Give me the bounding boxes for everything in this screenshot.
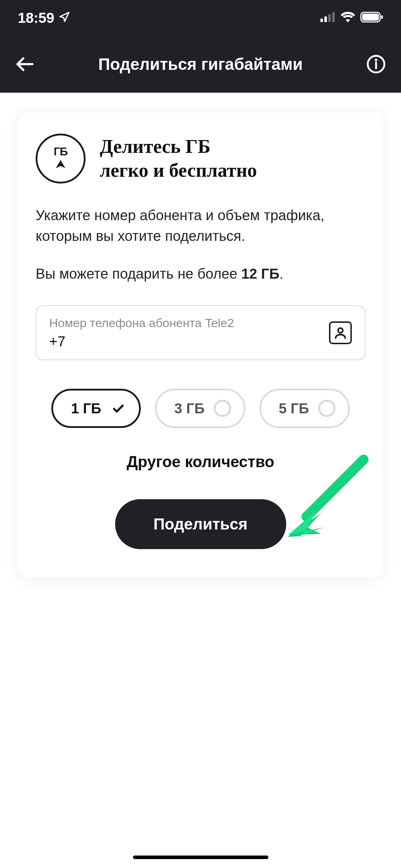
status-time: 18:59 — [18, 10, 54, 26]
gb-option-5[interactable]: 5 ГБ — [259, 389, 350, 428]
svg-rect-4 — [332, 12, 335, 22]
svg-rect-6 — [362, 14, 379, 21]
gb-option-3-label: 3 ГБ — [174, 401, 205, 417]
svg-rect-2 — [324, 16, 327, 22]
gb-option-1[interactable]: 1 ГБ — [51, 389, 141, 428]
svg-marker-12 — [56, 160, 66, 168]
content: ГБ Делитесь ГБ легко и бесплатно Укажите… — [0, 93, 401, 597]
nav-bar: Поделиться гигабайтами — [0, 36, 401, 93]
info-button[interactable] — [365, 53, 387, 75]
limit-prefix: Вы можете подарить не более — [36, 266, 241, 281]
status-bar: 18:59 — [0, 0, 401, 36]
card-head: ГБ Делитесь ГБ легко и бесплатно — [36, 134, 365, 184]
page-title: Поделиться гигабайтами — [98, 55, 303, 74]
svg-rect-1 — [320, 19, 323, 22]
back-button[interactable] — [14, 53, 36, 75]
phone-value: +7 — [49, 334, 329, 350]
share-card: ГБ Делитесь ГБ легко и бесплатно Укажите… — [18, 112, 383, 578]
phone-field-inner: Номер телефона абонента Tele2 +7 — [49, 316, 329, 350]
location-icon — [58, 10, 70, 26]
info-icon — [366, 54, 386, 74]
gb-option-1-label: 1 ГБ — [71, 401, 101, 417]
wifi-icon — [340, 12, 355, 24]
home-indicator[interactable] — [133, 856, 268, 859]
gb-option-5-label: 5 ГБ — [279, 401, 309, 417]
phone-input[interactable]: Номер телефона абонента Tele2 +7 — [36, 305, 365, 360]
card-description: Укажите номер абонента и объем трафика, … — [36, 205, 365, 246]
person-icon — [333, 326, 348, 340]
svg-point-13 — [338, 328, 343, 333]
limit-value: 12 ГБ — [241, 266, 279, 281]
gb-options: 1 ГБ 3 ГБ 5 ГБ — [36, 389, 365, 428]
card-title-line2: легко и бесплатно — [100, 159, 257, 183]
svg-point-11 — [376, 60, 376, 60]
svg-rect-3 — [328, 14, 331, 22]
svg-rect-7 — [381, 15, 383, 19]
share-button[interactable]: Поделиться — [115, 499, 286, 549]
card-title: Делитесь ГБ легко и бесплатно — [100, 135, 257, 183]
arrow-up-icon — [53, 158, 68, 172]
svg-marker-0 — [60, 12, 69, 21]
battery-icon — [360, 12, 383, 24]
card-limit: Вы можете подарить не более 12 ГБ. — [36, 263, 365, 284]
limit-suffix: . — [279, 266, 283, 281]
status-right — [320, 12, 383, 24]
radio-icon — [214, 400, 231, 417]
status-left: 18:59 — [18, 10, 70, 26]
phone-label: Номер телефона абонента Tele2 — [49, 316, 329, 330]
gb-badge-label: ГБ — [53, 145, 67, 158]
arrow-left-icon — [15, 54, 35, 74]
other-amount-link[interactable]: Другое количество — [36, 453, 365, 471]
check-icon — [110, 401, 126, 416]
radio-icon — [318, 400, 335, 417]
gb-option-3[interactable]: 3 ГБ — [155, 389, 245, 428]
card-title-line1: Делитесь ГБ — [100, 135, 257, 159]
pick-contact-button[interactable] — [329, 321, 352, 344]
cellular-icon — [320, 12, 335, 24]
gb-badge-icon: ГБ — [36, 134, 86, 184]
